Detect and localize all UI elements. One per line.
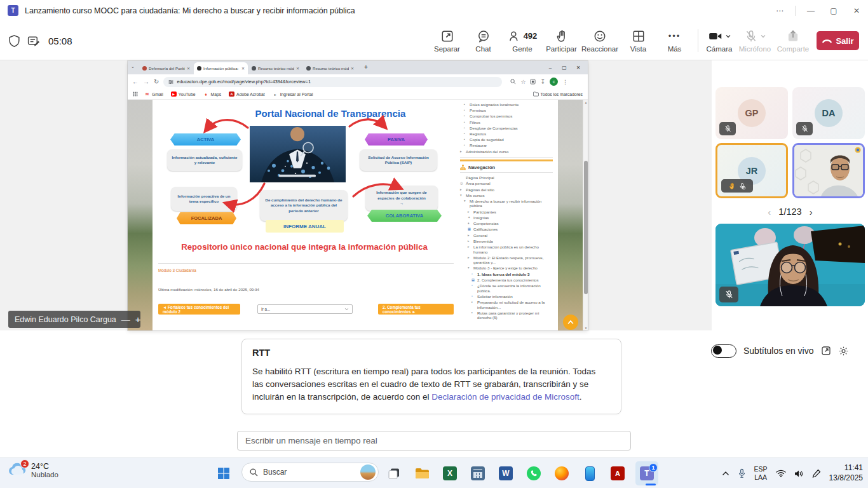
calculator-button[interactable] — [468, 463, 488, 484]
admin-nav-item[interactable]: ▪ Desglose de Competencias — [464, 126, 553, 130]
navigation-tree-item[interactable]: ▸ Participantes — [468, 210, 553, 214]
word-button[interactable]: W — [496, 463, 516, 484]
react-button[interactable]: Reaccionar — [580, 21, 620, 60]
start-button[interactable] — [214, 463, 234, 484]
address-bar[interactable]: educacion.dpe.gob.ec/mod/page/view.php?i… — [163, 77, 502, 87]
admin-nav-item[interactable]: ▪ Comprobar los permisos — [464, 114, 553, 118]
apps-grid-icon[interactable] — [133, 92, 138, 97]
task-view-button[interactable] — [384, 463, 404, 484]
window-minimize-button[interactable]: — — [799, 0, 822, 21]
navigation-tree-item[interactable]: Página Principal — [460, 175, 553, 180]
share-zoom-in-button[interactable]: + — [135, 314, 141, 325]
chat-button[interactable]: Chat — [465, 21, 501, 60]
camera-button[interactable]: Cámara — [703, 21, 735, 60]
participant-tile-jr[interactable]: JR — [715, 143, 788, 198]
people-button[interactable]: 492 Gente — [501, 21, 543, 60]
navigation-tree-item[interactable]: ◷ Área personal — [460, 181, 553, 186]
browser-tab[interactable]: Defensoría del Pueblo | Ecuado ✕ — [139, 62, 193, 74]
navigation-tree-item[interactable]: ▸ Módulo 2: El Estado respeta, promueve,… — [468, 255, 553, 265]
admin-nav-item[interactable]: ▪ Registros — [464, 132, 553, 136]
raise-hand-button[interactable]: Participar — [543, 21, 580, 60]
camera-chevron-icon[interactable] — [725, 33, 731, 39]
participant-tile-video[interactable] — [792, 143, 865, 198]
admin-nav-item[interactable]: ▪ Filtros — [464, 120, 553, 125]
navigation-tree-item[interactable]: ✦ Insignias — [468, 215, 553, 220]
browser-tab[interactable]: Recurso teórico módulo 2 (1).p ✕ — [248, 62, 302, 74]
navigation-tree-item[interactable]: ▫ Solicitar información — [471, 294, 553, 299]
scrollbar-down-icon[interactable]: ▾ — [583, 326, 588, 330]
popout-button[interactable]: Separar — [429, 21, 465, 60]
tab-close-icon[interactable]: ✕ — [187, 66, 190, 71]
bookmark-item[interactable]: M Gmail — [144, 92, 163, 97]
language-indicator[interactable]: ESP LAA — [754, 465, 768, 481]
pen-icon[interactable] — [812, 469, 821, 478]
tab-close-icon[interactable]: ✕ — [296, 66, 299, 71]
jump-to-select[interactable]: Ir a... — [257, 304, 353, 314]
phone-link-button[interactable] — [580, 463, 600, 484]
weather-widget[interactable]: 2 24°C Nublado — [8, 462, 58, 478]
reload-icon[interactable]: ↻ — [154, 78, 159, 85]
scrollbar-thumb[interactable] — [584, 161, 588, 294]
teams-taskbar-button[interactable]: T 1 — [635, 461, 658, 485]
navigation-tree-item[interactable]: ▾ Mi derecho a buscar y recibir informac… — [464, 199, 553, 208]
prev-activity-button[interactable]: ◄ Fortalece tus conocimientos del módulo… — [158, 304, 240, 315]
shield-icon[interactable] — [8, 34, 21, 48]
taskbar-clock[interactable]: 11:41 13/8/2025 — [829, 463, 863, 483]
titlebar-more-icon[interactable]: ⋯ — [768, 0, 791, 21]
navigation-tree-item[interactable]: ▤ 2. Complementa tus conocimientos — [471, 278, 553, 282]
captions-popout-icon[interactable] — [821, 346, 831, 356]
browser-restore-button[interactable]: ▢ — [557, 65, 571, 71]
window-close-button[interactable]: ✕ — [845, 0, 868, 21]
bookmark-item[interactable]: ▶ YouTube — [171, 92, 196, 97]
microphone-button[interactable]: Micrófono — [735, 21, 775, 60]
browser-close-button[interactable]: ✕ — [571, 65, 585, 71]
hidden-icons-chevron[interactable] — [722, 471, 729, 476]
whatsapp-button[interactable] — [524, 463, 544, 484]
taskbar-search[interactable]: Buscar — [241, 463, 379, 482]
navigation-tree-item[interactable]: ▪ Rutas para garantizar y proteger mi de… — [471, 311, 553, 320]
participant-tile-da[interactable]: DA — [792, 87, 865, 139]
microphone-chevron-icon[interactable] — [760, 33, 766, 39]
window-restore-button[interactable]: ▢ — [822, 0, 845, 21]
extensions-icon[interactable] — [530, 79, 536, 85]
navigation-tree-item[interactable]: ▪ Preparando mi solicitud de acceso a la… — [471, 300, 553, 309]
leave-button[interactable]: Salir — [817, 31, 859, 50]
tab-close-icon[interactable]: ✕ — [241, 66, 245, 71]
browser-minimize-button[interactable]: – — [543, 65, 557, 71]
privacy-statement-link[interactable]: Declaración de privacidad de Microsoft — [431, 392, 580, 402]
page-prev-icon[interactable]: ‹ — [768, 207, 771, 217]
navigation-tree-item[interactable]: ▫ 1. Ideas fuerza del módulo 3 — [471, 272, 553, 276]
back-icon[interactable]: ← — [132, 78, 139, 85]
wifi-icon[interactable] — [776, 470, 786, 477]
navigation-tree-item[interactable]: ▸ Páginas del sitio — [460, 187, 553, 192]
excel-button[interactable]: X — [440, 463, 460, 484]
rtt-message-input[interactable] — [237, 431, 631, 451]
admin-nav-item[interactable]: ▸ Administración del curso — [460, 149, 553, 154]
all-bookmarks-button[interactable]: Todos los marcadores — [533, 92, 583, 97]
download-icon[interactable]: ↧ — [540, 79, 545, 85]
volume-icon[interactable] — [794, 470, 804, 478]
navigation-tree-item[interactable]: ▾ Módulo 3 - Ejerce y exige tu derecho — [468, 266, 553, 270]
site-info-icon[interactable] — [168, 79, 173, 85]
profile-avatar[interactable]: c — [550, 78, 558, 86]
share-button[interactable]: Comparte — [775, 21, 811, 60]
spotlight-video-tile[interactable] — [715, 224, 865, 306]
share-zoom-out-button[interactable]: — — [121, 315, 130, 325]
navigation-tree-item[interactable]: ▫ ¿Dónde se encuentra la información púb… — [471, 283, 553, 293]
navigation-tree-item[interactable]: ▸ La información pública es un derecho h… — [468, 245, 553, 254]
navigation-tree-item[interactable]: ♦ Competencias — [468, 221, 553, 226]
firefox-button[interactable] — [552, 463, 572, 484]
bookmark-item[interactable]: ▸ Ingresar al Portal — [273, 92, 313, 97]
zoom-icon[interactable] — [510, 79, 516, 85]
navigation-tree-item[interactable]: ▸ Bienvenida — [468, 239, 553, 243]
more-button[interactable]: ••• Más — [656, 21, 693, 60]
search-daily-image[interactable] — [360, 464, 376, 480]
view-button[interactable]: Vista — [620, 21, 656, 60]
participant-tile-gp[interactable]: GP — [715, 87, 788, 139]
page-scrollbar[interactable]: ▴ ▾ — [583, 100, 588, 330]
bookmark-item[interactable]: ♦ Maps — [203, 92, 221, 97]
admin-nav-item[interactable]: ▪ Roles asignados localmente — [464, 102, 553, 107]
captions-toggle[interactable] — [711, 344, 736, 358]
rtt-notes-icon[interactable] — [27, 34, 40, 48]
tray-microphone-icon[interactable] — [738, 468, 746, 478]
